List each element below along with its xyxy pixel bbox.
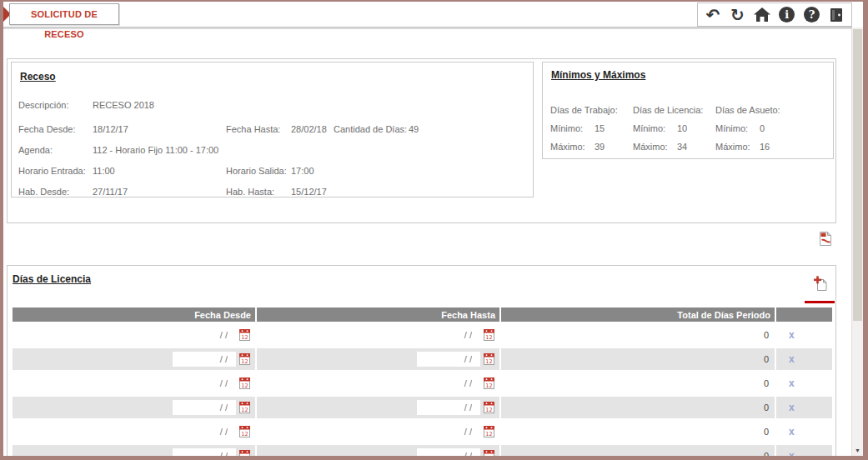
fecha-desde-input[interactable]	[173, 400, 236, 415]
calendar-icon[interactable]: 12	[484, 426, 494, 438]
calendar-icon[interactable]: 12	[239, 378, 250, 389]
fecha-desde-input[interactable]	[173, 424, 236, 439]
total-dias-cell: 0	[501, 397, 775, 418]
agenda-label: Agenda:	[18, 145, 93, 155]
table-row: 12120x	[13, 324, 830, 346]
fecha-hasta-input[interactable]	[417, 448, 480, 460]
maximo-value: 16	[760, 142, 770, 152]
calendar-icon[interactable]: 12	[239, 353, 250, 365]
cantidad-dias-label: Cantidad de Días:	[334, 124, 409, 134]
svg-text:12: 12	[241, 455, 248, 460]
calendar-icon[interactable]: 12	[484, 450, 494, 460]
page-title: SOLICITUD DE RECESO	[10, 4, 118, 44]
svg-text:12: 12	[241, 407, 248, 413]
minimo-row: Mínimo:0	[715, 123, 798, 133]
fecha-desde-label: Fecha Desde:	[18, 124, 93, 134]
delete-row-button[interactable]: x	[789, 402, 795, 413]
calendar-icon[interactable]: 12	[484, 329, 494, 341]
scrollbar-down-arrow[interactable]: ▼	[852, 446, 863, 455]
licencia-heading: Días de Licencia	[13, 273, 835, 285]
fecha-hasta-cell: 12	[257, 445, 499, 460]
home-icon[interactable]	[751, 4, 773, 26]
table-row: 12120x	[13, 348, 830, 370]
minimo-label: Mínimo:	[633, 123, 677, 133]
minimo-value: 15	[595, 123, 605, 133]
delete-cell: x	[776, 372, 832, 394]
home-glyph	[754, 7, 770, 22]
fecha-hasta-input[interactable]	[417, 352, 480, 367]
minimo-row: Mínimo:10	[633, 123, 715, 133]
calendar-icon[interactable]: 12	[239, 450, 250, 460]
fecha-hasta-input[interactable]	[417, 424, 480, 439]
calendar-icon[interactable]: 12	[239, 402, 250, 413]
calendar-icon[interactable]: 12	[484, 378, 494, 389]
descripcion-row: Descripción: RECESO 2018	[18, 100, 533, 110]
fecha-desde-cell: 12	[13, 397, 255, 418]
header-fecha-hasta: Fecha Hasta	[257, 308, 499, 322]
hab-desde-value: 27/11/17	[93, 187, 226, 197]
calendar-icon[interactable]: 12	[484, 402, 494, 413]
calendar-icon[interactable]: 12	[484, 353, 494, 365]
descripcion-label: Descripción:	[18, 100, 93, 110]
table-row: 12120x	[13, 421, 830, 442]
fecha-hasta-label: Fecha Hasta:	[226, 124, 291, 134]
add-period-icon[interactable]	[814, 276, 827, 295]
header-total-dias: Total de Días Periodo	[501, 308, 775, 322]
fecha-hasta-cell: 12	[257, 348, 499, 370]
delete-row-button[interactable]: x	[789, 378, 795, 389]
fecha-hasta-input[interactable]	[417, 328, 480, 342]
cantidad-dias-value: 49	[409, 124, 419, 134]
horario-salida-label: Horario Salida:	[226, 166, 291, 176]
scrollbar-thumb[interactable]	[853, 29, 862, 321]
licencia-panel: Días de Licencia Fecha Desde Fecha Hasta…	[7, 265, 836, 460]
add-icon-underline	[805, 301, 835, 303]
horario-row: Horario Entrada: 11:00 Horario Salida: 1…	[18, 166, 533, 176]
delete-row-button[interactable]: x	[789, 353, 795, 365]
fecha-desde-cell: 12	[13, 348, 255, 370]
minmax-column: Días de Trabajo:Mínimo:15Máximo:39	[550, 105, 633, 160]
minimo-label: Mínimo:	[550, 123, 595, 133]
refresh-icon[interactable]: ↻	[726, 4, 748, 26]
hab-hasta-label: Hab. Hasta:	[226, 187, 291, 197]
info-icon[interactable]: i	[776, 4, 798, 26]
fecha-hasta-input[interactable]	[417, 400, 480, 415]
delete-cell: x	[776, 324, 832, 346]
fecha-desde-input[interactable]	[173, 352, 236, 367]
undo-icon[interactable]: ↶	[702, 4, 724, 26]
maximo-row: Máximo:34	[633, 142, 715, 152]
licencia-table-body: 12120x12120x12120x12120x12120x12120x	[13, 324, 830, 460]
habilitacion-row: Hab. Desde: 27/11/17 Hab. Hasta: 15/12/1…	[18, 187, 533, 197]
fecha-desde-value: 18/12/17	[93, 124, 226, 134]
delete-row-button[interactable]: x	[789, 426, 795, 438]
fecha-desde-input[interactable]	[173, 376, 236, 391]
total-dias-cell: 0	[501, 324, 775, 346]
exit-icon[interactable]	[825, 4, 847, 26]
calendar-icon[interactable]: 12	[239, 426, 250, 438]
exit-glyph	[828, 7, 845, 23]
hab-hasta-value: 15/12/17	[291, 187, 327, 197]
fecha-hasta-cell: 12	[257, 397, 499, 418]
receso-section: Receso Descripción: RECESO 2018 Fecha De…	[7, 58, 836, 223]
svg-text:12: 12	[485, 431, 492, 438]
calendar-icon[interactable]: 12	[239, 329, 250, 341]
maximo-row: Máximo:39	[550, 142, 633, 152]
fecha-desde-input[interactable]	[173, 448, 236, 460]
maximo-value: 39	[595, 142, 605, 152]
app-window: SOLICITUD DE RECESO ↶ ↻ i ?	[0, 0, 868, 460]
fecha-hasta-input[interactable]	[417, 376, 480, 391]
minmax-column: Días de Licencia:Mínimo:10Máximo:34	[633, 105, 715, 160]
delete-row-button[interactable]: x	[789, 329, 795, 341]
fecha-hasta-cell: 12	[257, 324, 499, 346]
fecha-desde-input[interactable]	[173, 328, 236, 342]
pdf-export-icon[interactable]	[819, 231, 832, 247]
table-row: 12120x	[13, 397, 830, 418]
vertical-scrollbar[interactable]: ▼	[851, 28, 863, 456]
help-icon[interactable]: ?	[800, 4, 822, 26]
total-dias-cell: 0	[501, 348, 775, 370]
minmax-column-label: Días de Licencia:	[633, 105, 715, 115]
info-glyph: i	[779, 7, 795, 22]
minimo-value: 10	[677, 123, 687, 133]
total-dias-cell: 0	[501, 445, 775, 460]
delete-row-button[interactable]: x	[789, 450, 795, 460]
horario-salida-value: 17:00	[291, 166, 314, 176]
